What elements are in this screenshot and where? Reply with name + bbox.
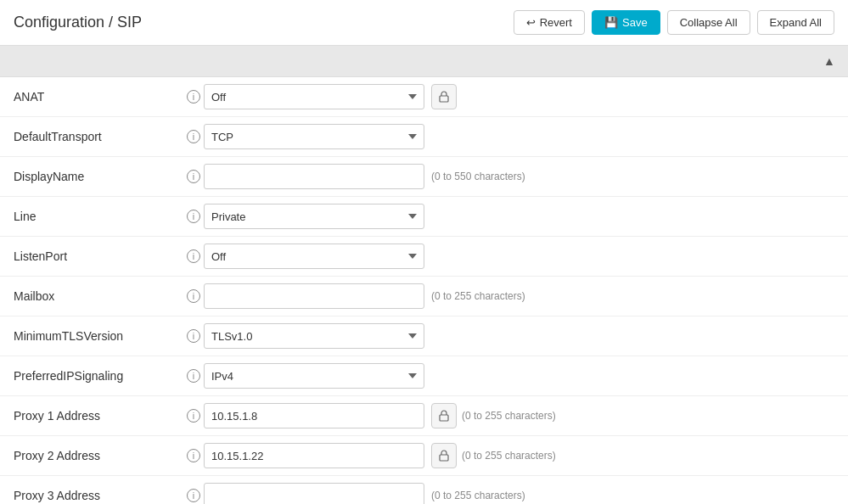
field-control-default_transport: TCPUDPTLS [204,124,424,149]
info-icon-display_name[interactable]: i [183,170,204,183]
input-display_name[interactable] [204,164,424,189]
info-icon-proxy3_address[interactable]: i [183,489,204,502]
field-row-anat: ANATiOffOn [0,77,848,117]
field-control-line: PrivatePublic [204,204,424,229]
info-icon-proxy1_address[interactable]: i [183,409,204,423]
field-label-display_name: DisplayName [14,170,183,183]
input-proxy2_address[interactable] [204,443,424,468]
field-label-preferred_ip_signaling: PreferredIPSignaling [14,369,183,383]
field-label-proxy1_address: Proxy 1 Address [14,409,183,423]
revert-icon: ↩ [526,16,536,29]
info-icon-default_transport[interactable]: i [183,130,204,143]
field-control-proxy1_address [204,403,424,428]
header-actions: ↩ Revert 💾 Save Collapse All Expand All [514,10,834,35]
info-circle: i [187,409,200,423]
select-preferred_ip_signaling[interactable]: IPv4IPv6 [204,363,424,389]
save-button[interactable]: 💾 Save [592,10,660,35]
hint-display_name: (0 to 550 characters) [431,171,525,182]
page-title: Configuration / SIP [14,14,142,31]
field-label-listen_port: ListenPort [14,249,183,263]
save-icon: 💾 [604,16,618,29]
info-circle: i [187,449,200,462]
field-control-preferred_ip_signaling: IPv4IPv6 [204,363,424,389]
hint-proxy1_address: (0 to 255 characters) [462,410,556,422]
svg-rect-0 [440,96,448,102]
info-circle: i [187,329,200,343]
input-proxy1_address[interactable] [204,403,424,428]
info-circle: i [187,130,200,143]
field-extra-mailbox: (0 to 255 characters) [431,290,525,302]
field-extra-display_name: (0 to 550 characters) [431,171,525,182]
field-label-mailbox: Mailbox [14,289,183,303]
collapse-arrow-button[interactable]: ▲ [821,53,838,70]
header: Configuration / SIP ↩ Revert 💾 Save Coll… [0,0,848,46]
input-mailbox[interactable] [204,283,424,309]
select-listen_port[interactable]: OffOn [204,244,424,269]
hint-proxy2_address: (0 to 255 characters) [462,450,556,462]
field-row-default_transport: DefaultTransportiTCPUDPTLS [0,117,848,157]
hint-proxy3_address: (0 to 255 characters) [431,490,525,501]
info-icon-mailbox[interactable]: i [183,289,204,303]
select-anat[interactable]: OffOn [204,84,424,109]
info-icon-proxy2_address[interactable]: i [183,449,204,462]
field-label-default_transport: DefaultTransport [14,130,183,143]
field-extra-anat [431,84,457,109]
info-icon-listen_port[interactable]: i [183,249,204,263]
field-extra-proxy2_address: (0 to 255 characters) [431,443,556,468]
info-circle: i [187,249,200,263]
info-circle: i [187,90,200,104]
hint-mailbox: (0 to 255 characters) [431,290,525,302]
field-row-mailbox: Mailboxi(0 to 255 characters) [0,277,848,316]
expand-all-button[interactable]: Expand All [757,10,834,35]
input-proxy3_address[interactable] [204,483,424,504]
section-header: ▲ [0,46,848,77]
info-circle: i [187,210,200,223]
svg-rect-2 [440,455,448,461]
svg-rect-1 [440,415,448,421]
select-default_transport[interactable]: TCPUDPTLS [204,124,424,149]
field-row-proxy1_address: Proxy 1 Addressi(0 to 255 characters) [0,396,848,436]
select-line[interactable]: PrivatePublic [204,204,424,229]
page-wrapper: Configuration / SIP ↩ Revert 💾 Save Coll… [0,0,848,504]
lock-icon-btn-proxy2_address[interactable] [431,443,457,468]
info-icon-minimum_tls_version[interactable]: i [183,329,204,343]
field-label-minimum_tls_version: MinimumTLSVersion [14,329,183,343]
field-label-anat: ANAT [14,90,183,104]
field-label-proxy2_address: Proxy 2 Address [14,449,183,462]
info-circle: i [187,489,200,502]
field-control-anat: OffOn [204,84,424,109]
info-icon-line[interactable]: i [183,210,204,223]
lock-icon-btn-proxy1_address[interactable] [431,403,457,428]
field-extra-proxy3_address: (0 to 255 characters) [431,490,525,501]
content-area: ANATiOffOnDefaultTransportiTCPUDPTLSDisp… [0,77,848,504]
revert-button[interactable]: ↩ Revert [514,10,585,35]
field-row-preferred_ip_signaling: PreferredIPSignalingiIPv4IPv6 [0,356,848,396]
lock-icon-btn-anat[interactable] [431,84,457,109]
info-circle: i [187,369,200,383]
field-control-proxy2_address [204,443,424,468]
field-control-listen_port: OffOn [204,244,424,269]
field-control-display_name [204,164,424,189]
field-control-proxy3_address [204,483,424,504]
select-minimum_tls_version[interactable]: TLSv1.0TLSv1.1TLSv1.2 [204,323,424,349]
field-control-mailbox [204,283,424,309]
field-control-minimum_tls_version: TLSv1.0TLSv1.1TLSv1.2 [204,323,424,349]
info-circle: i [187,170,200,183]
field-row-proxy3_address: Proxy 3 Addressi(0 to 255 characters) [0,476,848,504]
info-circle: i [187,289,200,303]
field-row-proxy2_address: Proxy 2 Addressi(0 to 255 characters) [0,436,848,476]
info-icon-anat[interactable]: i [183,90,204,104]
field-row-minimum_tls_version: MinimumTLSVersioniTLSv1.0TLSv1.1TLSv1.2 [0,316,848,356]
field-row-listen_port: ListenPortiOffOn [0,237,848,277]
field-label-proxy3_address: Proxy 3 Address [14,489,183,502]
collapse-all-button[interactable]: Collapse All [667,10,750,35]
field-row-line: LineiPrivatePublic [0,197,848,237]
field-label-line: Line [14,210,183,223]
info-icon-preferred_ip_signaling[interactable]: i [183,369,204,383]
field-extra-proxy1_address: (0 to 255 characters) [431,403,556,428]
field-row-display_name: DisplayNamei(0 to 550 characters) [0,157,848,197]
